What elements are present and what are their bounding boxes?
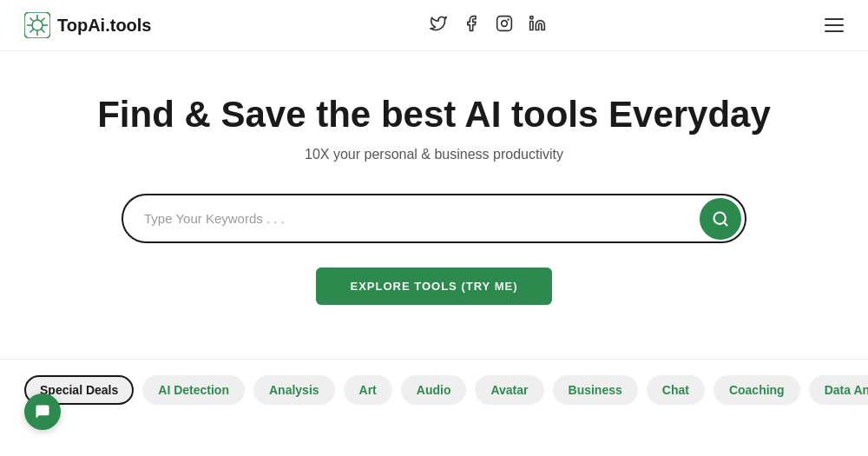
logo[interactable]: TopAi.tools (24, 12, 152, 38)
tag-analysis[interactable]: Analysis (253, 375, 335, 405)
chat-icon (34, 403, 51, 420)
search-container (122, 194, 746, 243)
instagram-icon[interactable] (496, 15, 513, 36)
linkedin-icon[interactable] (529, 15, 546, 36)
tag-chat[interactable]: Chat (647, 375, 705, 405)
hamburger-line-3 (825, 30, 844, 32)
hero-subtitle: 10X your personal & business productivit… (305, 147, 563, 162)
hamburger-line-2 (825, 24, 844, 26)
svg-point-14 (530, 16, 533, 18)
logo-text: TopAi.tools (57, 16, 152, 36)
hamburger-menu[interactable] (825, 18, 844, 32)
hero-section: Find & Save the best AI tools Everyday 1… (0, 51, 868, 331)
tag-art[interactable]: Art (344, 375, 392, 405)
facebook-icon[interactable] (463, 15, 480, 36)
tag-ai-detection[interactable]: AI Detection (142, 375, 245, 405)
search-input[interactable] (122, 194, 746, 243)
twitter-icon[interactable] (430, 15, 447, 36)
tag-coaching[interactable]: Coaching (713, 375, 800, 405)
tags-section: Special DealsAI DetectionAnalysisArtAudi… (0, 359, 868, 405)
tag-audio[interactable]: Audio (401, 375, 467, 405)
search-button[interactable] (700, 198, 741, 240)
svg-point-11 (502, 20, 508, 26)
page-title: Find & Save the best AI tools Everyday (97, 93, 771, 136)
tag-business[interactable]: Business (553, 375, 638, 405)
social-links (430, 15, 546, 36)
tag-avatar[interactable]: Avatar (475, 375, 543, 405)
svg-point-12 (508, 19, 509, 20)
svg-rect-13 (530, 21, 533, 30)
chat-bubble[interactable] (24, 393, 61, 430)
tag-data-analysis[interactable]: Data Analysis (809, 375, 868, 405)
site-header: TopAi.tools (0, 0, 868, 51)
svg-line-16 (724, 222, 727, 226)
explore-button[interactable]: EXPLORE TOOLS (TRY ME) (316, 268, 553, 305)
svg-rect-10 (497, 16, 512, 30)
search-icon (712, 210, 729, 228)
hamburger-line-1 (825, 18, 844, 20)
logo-icon (24, 12, 50, 38)
